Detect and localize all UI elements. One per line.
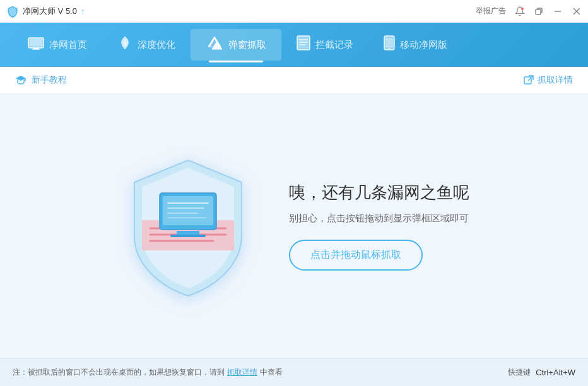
restore-icon[interactable] [534,6,544,16]
shield-graphic [125,154,251,299]
detail-link[interactable]: 抓取详情 [524,74,573,86]
main-content: 新手教程 抓取详情 [0,67,588,358]
navbar: 净网首页 深度优化 弹窗抓取 拦截 [0,23,588,67]
main-topbar: 新手教程 抓取详情 [0,67,588,94]
shortcut-key: Ctrl+Alt+W [536,368,575,377]
titlebar-left: 净网大师 V 5.0 ↑ [6,5,85,18]
intercept-nav-icon [297,35,310,54]
detail-label: 抓取详情 [538,74,573,86]
statusbar-note: 注：被抓取后的窗口不会出现在桌面的，如果想恢复窗口，请到 抓取详情 中查看 [13,367,283,378]
svg-rect-28 [177,231,199,235]
capture-nav-icon [206,35,223,54]
nav-item-capture[interactable]: 弹窗抓取 [191,29,281,61]
nav-item-home[interactable]: 净网首页 [13,30,102,60]
optimize-nav-icon [117,35,132,54]
svg-rect-27 [163,196,213,225]
statusbar-shortcut: 快捷键 Ctrl+Alt+W [508,367,575,378]
statusbar: 注：被抓取后的窗口不会出现在桌面的，如果想恢复窗口，请到 抓取详情 中查看 快捷… [0,358,588,386]
svg-point-18 [389,48,390,49]
minimize-icon[interactable] [553,6,563,16]
external-link-icon [524,75,534,85]
intercept-nav-label: 拦截记录 [315,39,353,51]
svg-point-0 [521,8,524,10]
mobile-nav-label: 移动净网版 [400,39,447,51]
tutorial-label: 新手教程 [32,74,67,86]
titlebar: 净网大师 V 5.0 ↑ 举报广告 [0,0,588,23]
svg-rect-12 [297,36,310,50]
svg-rect-6 [30,39,42,46]
hero-subtitle: 别担心，点击按钮拖动到显示弹框区域即可 [289,213,469,225]
svg-rect-29 [170,235,206,237]
titlebar-right: 举报广告 [476,6,582,16]
svg-rect-17 [385,38,393,47]
close-icon[interactable] [572,6,582,16]
svg-line-21 [528,76,533,81]
app-logo-icon [6,5,19,18]
mobile-nav-icon [384,35,395,54]
tutorial-link[interactable]: 新手教程 [15,74,67,86]
app-title: 净网大师 V 5.0 [23,6,77,17]
shield-illustration [119,151,257,302]
note-suffix: 中查看 [260,367,283,378]
report-ads-button[interactable]: 举报广告 [476,6,506,16]
version-arrow: ↑ [81,7,85,16]
statusbar-detail-link[interactable]: 抓取详情 [227,367,257,378]
hero-title: 咦，还有几条漏网之鱼呢 [289,182,469,204]
capture-nav-label: 弹窗抓取 [228,39,266,51]
nav-item-optimize[interactable]: 深度优化 [102,29,191,61]
optimize-nav-label: 深度优化 [138,39,175,51]
home-nav-label: 净网首页 [49,39,87,51]
note-prefix: 注：被抓取后的窗口不会出现在桌面的，如果想恢复窗口，请到 [13,367,225,378]
content-center: 咦，还有几条漏网之鱼呢 别担心，点击按钮拖动到显示弹框区域即可 点击并拖动鼠标抓… [0,94,588,358]
svg-rect-1 [536,9,541,15]
window-controls [515,6,582,16]
nav-item-intercept[interactable]: 拦截记录 [281,29,368,61]
hero-text-area: 咦，还有几条漏网之鱼呢 别担心，点击按钮拖动到显示弹框区域即可 点击并拖动鼠标抓… [289,182,469,271]
nav-item-mobile[interactable]: 移动净网版 [368,29,462,61]
bell-icon[interactable] [515,6,525,16]
graduation-cap-icon [15,75,26,85]
capture-drag-button[interactable]: 点击并拖动鼠标抓取 [289,240,423,271]
home-nav-icon [28,36,44,54]
shortcut-label: 快捷键 [508,367,531,378]
